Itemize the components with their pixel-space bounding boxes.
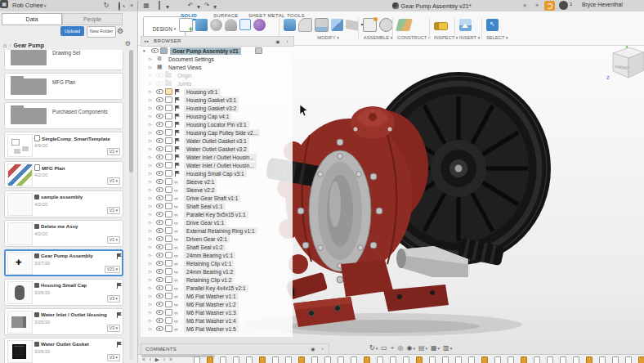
timeline-feature-icon[interactable] <box>494 356 501 363</box>
file-card[interactable]: sample assembly4/2/20V1 ▾ <box>4 190 123 217</box>
visibility-eye-icon[interactable] <box>156 269 163 274</box>
file-card[interactable]: Housing Small Cap3/26/20V3 ▾ <box>4 279 123 306</box>
measure-icon[interactable] <box>434 22 448 30</box>
timeline-feature-icon[interactable] <box>233 356 239 363</box>
browser-node-component[interactable]: ▷Water Outlet Gasket v3:1 <box>141 137 293 145</box>
press-pull-icon[interactable] <box>284 19 296 31</box>
expand-arrow-icon[interactable]: ▷ <box>149 97 152 102</box>
timeline-feature-icon[interactable] <box>220 356 226 363</box>
save-icon[interactable] <box>173 2 181 11</box>
expand-arrow-icon[interactable]: ▷ <box>149 163 152 168</box>
browser-node-component[interactable]: ▷∞M6 Flat Washer v1:4 <box>141 316 293 325</box>
expand-arrow-icon[interactable]: ▷ <box>149 171 152 176</box>
timeline-feature-icon[interactable] <box>246 356 253 363</box>
visibility-eye-icon[interactable] <box>156 228 163 233</box>
browser-node-joints[interactable]: ▷Joints <box>141 79 293 87</box>
expand-arrow-icon[interactable]: ▷ <box>149 195 152 200</box>
tab-people[interactable]: People <box>62 13 123 25</box>
group-label-select[interactable]: SELECT ▾ <box>486 35 508 40</box>
form-icon[interactable] <box>253 19 266 31</box>
timeline-feature-icon[interactable] <box>390 356 396 363</box>
visibility-eye-icon[interactable] <box>156 277 163 282</box>
new-component-icon[interactable] <box>363 18 377 32</box>
visibility-eye-icon[interactable] <box>156 155 163 159</box>
node-label[interactable]: Named Views <box>166 64 204 71</box>
expand-arrow-icon[interactable]: ▷ <box>149 220 152 225</box>
browser-node-component[interactable]: ▷∞Sleeve v2:1 <box>141 177 293 186</box>
expand-arrow-icon[interactable]: ▷ <box>149 146 152 151</box>
browser-node-component[interactable]: ▷Housing Gasket v3:2 <box>141 104 293 112</box>
upload-button[interactable]: Upload <box>60 26 84 36</box>
search-icon[interactable] <box>115 2 123 11</box>
visibility-eye-icon[interactable] <box>156 171 163 176</box>
visibility-eye-icon[interactable] <box>156 294 163 298</box>
timeline-feature-icon[interactable] <box>638 356 644 363</box>
node-label[interactable]: Housing Gasket v3:1 <box>184 96 239 104</box>
visibility-eye-icon[interactable] <box>156 146 163 151</box>
visibility-eye-icon[interactable] <box>156 89 163 94</box>
node-label[interactable]: Retaining Clip v1:2 <box>184 276 234 284</box>
version-badge[interactable]: V1 ▾ <box>107 207 120 214</box>
browser-node-component[interactable]: ▷Water Inlet / Outlet Housin... <box>141 153 293 161</box>
version-badge[interactable]: V1 ▾ <box>107 177 120 185</box>
browser-node-component[interactable]: ▷∞Sleeve v2:2 <box>141 186 293 194</box>
browser-node-component[interactable]: ▷∞M6 Flat Washer v1:5 <box>141 325 293 333</box>
browser-node-component[interactable]: ▷∞Parallel Key 5x5x15 v1:1 <box>141 210 293 218</box>
timeline-feature-icon[interactable] <box>351 356 357 363</box>
browser-node-component[interactable]: ▷∞M6 Flat Washer v1:2 <box>141 300 293 308</box>
node-label[interactable]: M6 Flat Washer v1:1 <box>184 293 239 300</box>
node-label[interactable]: Joints <box>175 80 194 87</box>
browser-node-component[interactable]: ▷Housing Locator Pin v3:1 <box>141 120 293 128</box>
node-label[interactable]: Water Inlet / Outlet Housin... <box>184 154 257 161</box>
timeline-feature-icon[interactable] <box>508 356 514 363</box>
node-label[interactable]: Housing Gasket v3:2 <box>184 105 239 112</box>
data-panel-toggle-icon[interactable]: ▦ <box>142 2 150 10</box>
timeline-feature-icon[interactable] <box>194 356 200 363</box>
visibility-eye-icon[interactable] <box>151 48 159 53</box>
node-label[interactable]: 24mm Bearing v1:1 <box>184 252 235 259</box>
timeline-feature-icon[interactable] <box>625 356 632 363</box>
version-badge[interactable]: V3 ▾ <box>107 354 120 361</box>
browser-node-component[interactable]: ▷∞24mm Bearing v1:2 <box>141 267 293 276</box>
expand-arrow-icon[interactable]: ▷ <box>149 244 152 249</box>
timeline-feature-icon[interactable] <box>612 356 619 363</box>
expand-arrow-icon[interactable]: ▷ <box>149 179 152 184</box>
version-badge[interactable]: V3 ▾ <box>107 295 120 302</box>
group-label-modify[interactable]: MODIFY ▾ <box>284 35 373 40</box>
timeline-feature-icon[interactable] <box>272 356 279 363</box>
group-label-insert[interactable]: INSERT ▾ <box>459 35 480 40</box>
visibility-eye-icon[interactable] <box>156 73 163 78</box>
file-card[interactable]: SingleComp_SmartTemplate4/9/20V1 ▾ <box>4 132 123 159</box>
close-document-icon[interactable]: × <box>521 2 529 10</box>
combine-icon[interactable] <box>331 19 343 31</box>
root-node-label[interactable]: Gear Pump Assembly v21 <box>170 47 241 55</box>
viewcube-z-label[interactable]: Z <box>606 75 610 80</box>
version-badge[interactable]: V3 ▾ <box>107 325 120 332</box>
browser-node-component[interactable]: ▷∞Shaft Seal v1:2 <box>141 243 293 251</box>
browser-node-component[interactable]: ▷∞External Retaining Ring v1:1 <box>141 226 293 235</box>
node-label[interactable]: Housing Cap v4:1 <box>184 113 231 120</box>
expand-arrow-icon[interactable]: ▷ <box>149 253 152 258</box>
timeline-feature-icon[interactable] <box>573 356 579 363</box>
node-label[interactable]: 24mm Bearing v1:2 <box>184 268 235 276</box>
browser-node-named-views[interactable]: ▷▦Named Views <box>141 63 293 71</box>
sweep-icon[interactable] <box>225 19 237 31</box>
node-label[interactable]: Shaft Seal v1:2 <box>184 244 226 251</box>
step-forward-icon[interactable]: › <box>163 356 165 363</box>
visibility-eye-icon[interactable] <box>156 130 163 135</box>
skip-to-start-icon[interactable]: « <box>142 356 145 363</box>
visibility-eye-icon[interactable] <box>156 212 163 217</box>
browser-node-component[interactable]: ▷∞Retaining Clip v1:2 <box>141 276 293 284</box>
document-tab[interactable]: Gear Pump Assembly v21* <box>350 0 513 11</box>
visibility-eye-icon[interactable] <box>156 261 163 266</box>
node-label[interactable]: Origin <box>175 72 195 79</box>
data-panel-scrollbar-thumb[interactable] <box>129 50 133 173</box>
expand-arrow-icon[interactable]: ▷ <box>149 236 152 241</box>
timeline-feature-icon[interactable] <box>547 356 553 363</box>
comments-bar[interactable]: COMMENTS ◉ › <box>141 343 329 355</box>
visibility-eye-icon[interactable] <box>156 204 163 208</box>
visibility-eye-icon[interactable] <box>156 220 163 225</box>
user-menu[interactable]: Rob Cohee <box>12 2 43 9</box>
timeline-feature-icon[interactable] <box>481 356 488 363</box>
timeline-feature-icon[interactable] <box>455 356 462 363</box>
